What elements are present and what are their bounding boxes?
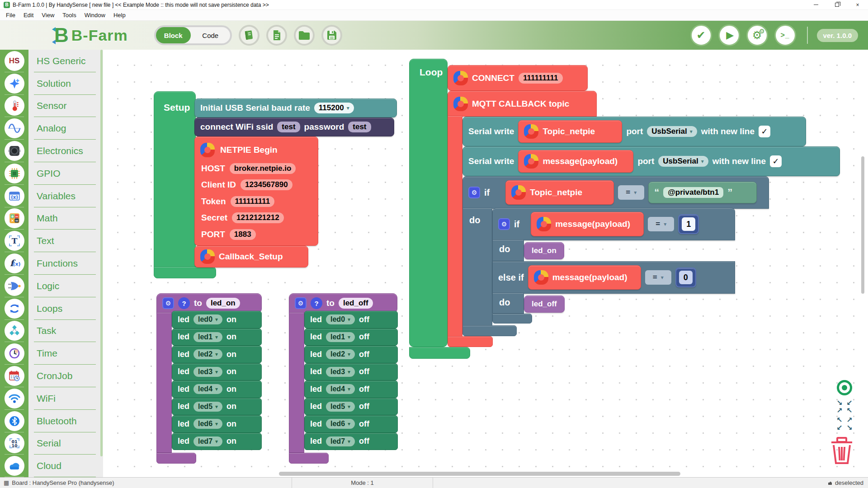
led-select-dropdown[interactable]: led7▾ xyxy=(326,436,355,446)
serial-baud-block[interactable]: Initial USB Serial baud rate 115200▾ xyxy=(194,99,397,117)
settings-button[interactable]: ⚙⚙ xyxy=(746,24,768,46)
sidebar-item-cloud[interactable] xyxy=(0,455,28,477)
sidebar-item-serial[interactable]: 0110 xyxy=(0,432,28,455)
loop-block[interactable] xyxy=(409,59,448,347)
led-set-block[interactable]: led led3▾ off xyxy=(304,363,398,381)
sidebar-item-cloud[interactable]: Cloud xyxy=(28,455,103,477)
mqtt-callback-foot[interactable] xyxy=(448,336,493,347)
function-led-on-block[interactable]: ⚙ ? to led_on xyxy=(156,293,262,313)
mqtt-callback-block[interactable]: MQTT CALLBACK topic xyxy=(448,91,597,117)
sidebar-item-sensor[interactable] xyxy=(0,95,28,117)
sidebar-item-solution[interactable]: Solution xyxy=(28,72,103,95)
message-payload-value-block[interactable]: message(payload) xyxy=(528,265,641,290)
led-select-dropdown[interactable]: led5▾ xyxy=(193,402,222,412)
connect-token-field[interactable]: 111111111 xyxy=(519,73,563,84)
if-topic-spine[interactable] xyxy=(462,208,492,326)
callback-setup-block[interactable]: Callback_Setup xyxy=(194,246,308,267)
wifi-password-field[interactable]: test xyxy=(348,122,371,132)
if-message-1-block[interactable]: ⚙ if message(payload) =▾ 1 xyxy=(492,208,735,240)
run-button[interactable]: ▶ xyxy=(718,24,740,46)
function-name-field[interactable]: led_on xyxy=(206,298,240,309)
led-select-dropdown[interactable]: led2▾ xyxy=(193,349,222,359)
sidebar-scrollbar[interactable] xyxy=(100,50,103,456)
led-set-block[interactable]: led led7▾ on xyxy=(172,433,262,450)
sidebar-item-loops[interactable]: Loops xyxy=(28,297,103,320)
new-file-button[interactable] xyxy=(266,25,287,46)
led-select-dropdown[interactable]: led0▾ xyxy=(193,314,222,324)
toggle-code[interactable]: Code xyxy=(191,32,230,39)
menu-edit[interactable]: Edit xyxy=(19,11,38,19)
if-topic-foot[interactable] xyxy=(462,325,517,336)
number-value-block[interactable]: 1 xyxy=(678,214,699,234)
port-dropdown[interactable]: UsbSerial▾ xyxy=(647,126,697,137)
led-select-dropdown[interactable]: led1▾ xyxy=(193,332,222,342)
sidebar-item-electronics[interactable]: Electronics xyxy=(28,140,103,162)
led-set-block[interactable]: led led1▾ off xyxy=(304,328,398,346)
sidebar-item-text[interactable]: T xyxy=(0,230,28,252)
restore-button[interactable] xyxy=(826,0,847,9)
help-icon[interactable]: ? xyxy=(311,297,322,309)
toggle-block[interactable]: Block xyxy=(156,27,191,43)
menu-file[interactable]: File xyxy=(2,11,19,19)
led-set-block[interactable]: led led6▾ off xyxy=(304,415,398,433)
call-led-off-block[interactable]: led_off xyxy=(524,296,565,313)
sidebar-item-functions[interactable]: Functions xyxy=(28,252,103,275)
number-value-block[interactable]: 0 xyxy=(675,267,696,287)
sidebar-item-hs-generic[interactable]: HS Generic xyxy=(28,50,103,72)
save-button[interactable] xyxy=(321,25,342,46)
netpie-port-field[interactable]: 1883 xyxy=(230,229,256,240)
led-select-dropdown[interactable]: led7▾ xyxy=(193,436,222,446)
sidebar-item-solution[interactable] xyxy=(0,72,28,95)
sidebar-item-variables[interactable]: (x) xyxy=(0,185,28,207)
if-message-foot[interactable] xyxy=(492,314,532,324)
comparison-dropdown[interactable]: =▾ xyxy=(645,270,671,285)
netpie-host-field[interactable]: broker.netpie.io xyxy=(230,163,296,174)
sidebar-item-bluetooth[interactable] xyxy=(0,410,28,432)
sidebar-item-logic[interactable] xyxy=(0,275,28,297)
sidebar-item-logic[interactable]: Logic xyxy=(28,275,103,297)
sidebar-item-analog[interactable] xyxy=(0,117,28,140)
sidebar-item-hs-generic[interactable]: HS xyxy=(0,50,28,72)
led-select-dropdown[interactable]: led2▾ xyxy=(326,349,355,359)
sidebar-item-analog[interactable]: Analog xyxy=(28,117,103,140)
newline-checkbox[interactable]: ✓ xyxy=(770,155,782,167)
sidebar-item-task[interactable] xyxy=(0,320,28,343)
verify-button[interactable]: ✔ xyxy=(690,24,712,46)
comparison-dropdown[interactable]: =▾ xyxy=(648,217,674,231)
led-set-block[interactable]: led led0▾ off xyxy=(304,311,398,328)
sidebar-item-electronics[interactable] xyxy=(0,140,28,162)
led-select-dropdown[interactable]: led4▾ xyxy=(326,384,355,394)
function-led-on-foot[interactable] xyxy=(156,453,196,464)
setup-block-foot[interactable] xyxy=(154,267,216,278)
elseif-message-0-block[interactable]: else if message(payload) =▾ 0 xyxy=(492,261,735,294)
led-set-block[interactable]: led led5▾ off xyxy=(304,398,398,416)
sidebar-item-loops[interactable] xyxy=(0,297,28,320)
sidebar-item-wifi[interactable] xyxy=(0,387,28,410)
connect-wifi-block[interactable]: connect WiFi ssid test password test xyxy=(194,117,394,136)
setup-block[interactable] xyxy=(154,91,196,278)
function-led-off-foot[interactable] xyxy=(289,453,329,464)
led-select-dropdown[interactable]: led4▾ xyxy=(193,384,222,394)
led-select-dropdown[interactable]: led1▾ xyxy=(326,332,355,342)
mutator-gear-icon[interactable]: ⚙ xyxy=(295,297,307,309)
led-set-block[interactable]: led led4▾ on xyxy=(172,380,262,398)
netpie-secret-field[interactable]: 1212121212 xyxy=(232,212,284,223)
function-led-off-block[interactable]: ⚙ ? to led_off xyxy=(289,293,397,313)
led-set-block[interactable]: led led4▾ off xyxy=(304,380,398,398)
sidebar-item-gpio[interactable]: GPIO xyxy=(28,162,103,185)
string-block[interactable]: “ @private/btn1 ” xyxy=(648,182,757,203)
function-led-on-spine[interactable] xyxy=(156,312,172,453)
led-set-block[interactable]: led led1▾ on xyxy=(172,328,262,346)
sidebar-item-math[interactable]: Math xyxy=(28,207,103,230)
comparison-dropdown[interactable]: =▾ xyxy=(618,185,644,200)
examples-button[interactable] xyxy=(239,25,259,46)
sidebar-item-gpio[interactable] xyxy=(0,162,28,185)
horizontal-scrollbar[interactable] xyxy=(279,472,680,476)
message-payload-value-block[interactable]: message(payload) xyxy=(531,212,644,236)
led-select-dropdown[interactable]: led5▾ xyxy=(326,402,355,412)
led-select-dropdown[interactable]: led3▾ xyxy=(326,367,355,377)
sidebar-item-functions[interactable]: f(x) xyxy=(0,252,28,275)
center-workspace-button[interactable] xyxy=(837,380,852,395)
wifi-ssid-field[interactable]: test xyxy=(277,122,300,132)
serial-write-message-block[interactable]: Serial write message(payload) port UsbSe… xyxy=(462,146,840,176)
